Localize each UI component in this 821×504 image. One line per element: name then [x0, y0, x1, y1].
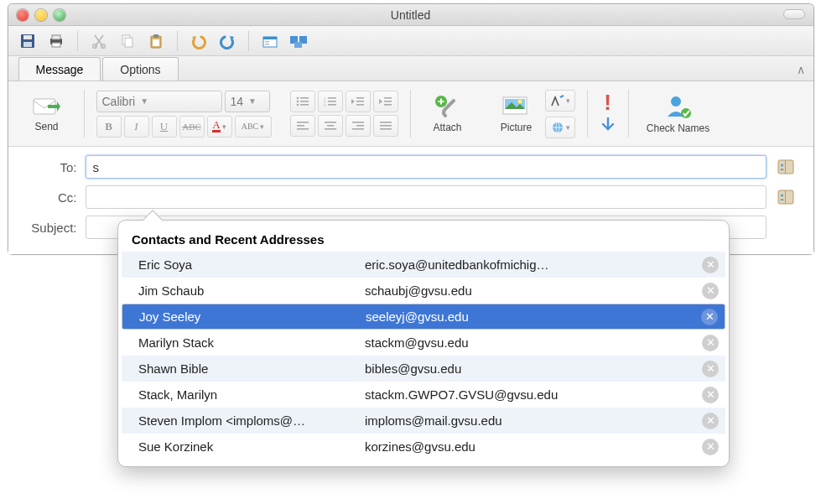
- autocomplete-item[interactable]: Stack, Marilynstackm.GWPO7.GVSU@gvsu.edu…: [122, 382, 725, 408]
- tab-message[interactable]: Message: [18, 57, 101, 81]
- cut-icon[interactable]: [88, 30, 110, 52]
- signature-button[interactable]: ▾: [545, 90, 575, 112]
- autocomplete-item[interactable]: Joy Seeleyseeleyj@gvsu.edu✕: [122, 304, 725, 330]
- autocomplete-item[interactable]: Jim Schaubschaubj@gvsu.edu✕: [122, 278, 725, 304]
- svg-point-59: [671, 96, 681, 107]
- autocomplete-item[interactable]: Marilyn Stackstackm@gvsu.edu✕: [122, 330, 725, 356]
- addressbook-cc-icon[interactable]: [775, 187, 798, 207]
- cc-input[interactable]: [86, 185, 766, 209]
- svg-rect-14: [263, 37, 277, 39]
- remove-suggestion-icon[interactable]: ✕: [702, 257, 719, 273]
- media-browser-icon[interactable]: [288, 30, 309, 52]
- contact-email: schaubj@gvsu.edu: [365, 283, 702, 298]
- cc-label: Cc:: [23, 190, 77, 205]
- svg-rect-44: [325, 128, 336, 130]
- svg-rect-9: [125, 38, 133, 47]
- send-button[interactable]: Send: [22, 85, 72, 143]
- remove-suggestion-icon[interactable]: ✕: [702, 439, 719, 455]
- svg-point-25: [296, 104, 299, 107]
- autocomplete-item[interactable]: Sue Korzinekkorzines@gvsu.edu✕: [122, 434, 725, 460]
- strike-button[interactable]: ABC: [179, 116, 205, 138]
- svg-rect-48: [380, 122, 392, 123]
- bold-button[interactable]: B: [96, 116, 122, 138]
- svg-rect-15: [265, 41, 269, 43]
- svg-rect-35: [356, 104, 364, 106]
- svg-point-56: [517, 100, 522, 104]
- svg-rect-38: [384, 104, 392, 106]
- contact-email: bibles@gvsu.edu: [365, 361, 702, 376]
- svg-rect-39: [297, 122, 309, 123]
- align-center-button[interactable]: [318, 115, 343, 137]
- ribbon-tabs: Message Options ∧: [8, 56, 813, 81]
- attach-label: Attach: [433, 122, 461, 133]
- bullets-button[interactable]: [290, 91, 315, 112]
- svg-point-21: [296, 97, 299, 100]
- remove-suggestion-icon[interactable]: ✕: [702, 387, 719, 403]
- italic-button[interactable]: I: [124, 116, 149, 138]
- subject-label: Subject:: [23, 221, 77, 235]
- picture-button[interactable]: Picture: [491, 85, 542, 143]
- toolbox-icon[interactable]: [259, 30, 281, 52]
- svg-rect-16: [265, 44, 269, 45]
- highlight-button[interactable]: ABC▾: [235, 116, 272, 138]
- underline-button[interactable]: U: [152, 116, 177, 138]
- font-size-select[interactable]: 14▼: [225, 91, 270, 112]
- copy-icon[interactable]: [117, 30, 138, 52]
- numbering-button[interactable]: 123: [318, 91, 343, 112]
- svg-rect-24: [300, 101, 309, 102]
- svg-point-66: [780, 194, 782, 196]
- align-left-button[interactable]: [290, 115, 315, 137]
- contact-name: Stack, Marilyn: [138, 387, 365, 402]
- svg-rect-45: [352, 122, 364, 123]
- save-icon[interactable]: [17, 30, 39, 52]
- low-importance-button[interactable]: [600, 117, 616, 136]
- tab-options[interactable]: Options: [102, 57, 178, 81]
- collapse-ribbon-icon[interactable]: ∧: [797, 63, 805, 76]
- align-justify-button[interactable]: [373, 115, 398, 137]
- to-input[interactable]: [86, 155, 766, 179]
- remove-suggestion-icon[interactable]: ✕: [702, 283, 719, 299]
- contact-name: Jim Schaub: [138, 283, 365, 298]
- titlebar: Untitled: [8, 4, 813, 26]
- remove-suggestion-icon[interactable]: ✕: [702, 335, 719, 351]
- contact-email: seeleyj@gvsu.edu: [366, 309, 701, 324]
- send-label: Send: [34, 121, 58, 132]
- print-icon[interactable]: [45, 30, 67, 52]
- contact-email: imploms@mail.gvsu.edu: [365, 413, 702, 428]
- window-title: Untitled: [8, 8, 813, 22]
- autocomplete-item[interactable]: Shawn Biblebibles@gvsu.edu✕: [122, 356, 725, 382]
- check-names-button[interactable]: Check Names: [641, 85, 716, 143]
- svg-rect-33: [356, 97, 364, 99]
- ribbon: Send Calibri▼ 14▼ B I U ABC A▾ ABC▾: [8, 81, 813, 147]
- separator: [248, 31, 249, 51]
- paste-icon[interactable]: [145, 30, 167, 52]
- svg-rect-2: [23, 42, 32, 47]
- undo-icon[interactable]: [188, 30, 210, 52]
- remove-suggestion-icon[interactable]: ✕: [702, 413, 719, 429]
- autocomplete-item[interactable]: Steven Implom <imploms@…imploms@mail.gvs…: [122, 408, 725, 434]
- redo-icon[interactable]: [216, 30, 238, 52]
- hyperlink-button[interactable]: ▾: [545, 117, 575, 138]
- picture-label: Picture: [501, 122, 532, 133]
- attach-button[interactable]: Attach: [423, 85, 473, 143]
- align-right-button[interactable]: [346, 115, 371, 137]
- autocomplete-item[interactable]: Eric Soyaeric.soya@unitedbankofmichig…✕: [122, 252, 725, 278]
- svg-text:3: 3: [324, 103, 326, 107]
- svg-point-60: [681, 108, 691, 118]
- svg-rect-49: [380, 125, 392, 127]
- remove-suggestion-icon[interactable]: ✕: [701, 309, 718, 325]
- outdent-button[interactable]: [346, 91, 371, 112]
- remove-suggestion-icon[interactable]: ✕: [702, 361, 719, 377]
- autocomplete-dropdown: Contacts and Recent Addresses Eric Soyae…: [117, 220, 730, 467]
- indent-button[interactable]: [373, 91, 398, 112]
- font-color-button[interactable]: A▾: [207, 116, 232, 138]
- svg-rect-37: [384, 101, 392, 102]
- svg-rect-36: [384, 97, 392, 99]
- svg-point-23: [296, 101, 299, 103]
- toolbar-pill-icon[interactable]: [783, 9, 805, 19]
- addressbook-to-icon[interactable]: [775, 157, 798, 177]
- svg-rect-5: [52, 43, 60, 47]
- font-name-select[interactable]: Calibri▼: [96, 91, 222, 112]
- high-importance-button[interactable]: !: [604, 91, 611, 113]
- separator: [77, 31, 78, 51]
